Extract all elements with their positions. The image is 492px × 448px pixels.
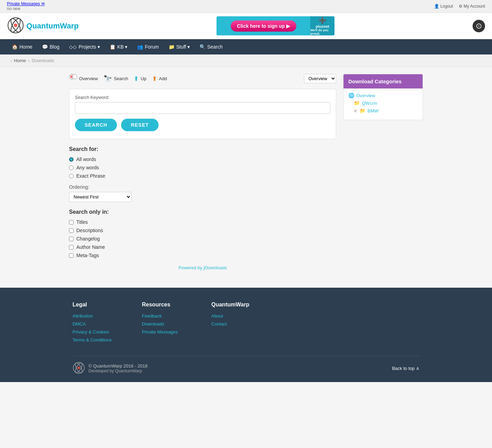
- private-messages-link[interactable]: Private Messages ✉: [7, 1, 45, 6]
- github-icon[interactable]: ⊙: [473, 20, 485, 32]
- logout-link[interactable]: 👤 Logout: [434, 4, 453, 9]
- toolbar-search[interactable]: 🔭 Search: [103, 75, 128, 83]
- footer-contact-link[interactable]: Contact: [211, 321, 260, 327]
- radio-all-words[interactable]: All words: [69, 157, 336, 162]
- toolbar: Overview 🔭 Search ⬆ Up ⬆ Add Overview: [69, 74, 336, 83]
- reset-button[interactable]: RESET: [121, 119, 159, 131]
- footer-privacy-link[interactable]: Privacy & Cookies: [73, 329, 121, 335]
- radio-group: All words Any words Exact Phrase: [69, 157, 336, 179]
- back-to-top-button[interactable]: Back to top ∧: [392, 366, 419, 371]
- banner-side-line1: plusnet: [316, 24, 329, 28]
- breadcrumb-home[interactable]: Home: [14, 58, 26, 63]
- blog-icon: 💬: [42, 44, 48, 50]
- footer-col-quantumwarp: QuantumWarp About Contact: [211, 302, 260, 345]
- chevron-up-icon: ∧: [416, 366, 419, 371]
- sidebar-bmw-link[interactable]: BMW: [367, 108, 379, 113]
- footer-about-link[interactable]: About: [211, 313, 260, 319]
- nav-item-forum[interactable]: 👥 Forum: [132, 39, 163, 54]
- svg-point-7: [72, 74, 77, 79]
- up-toolbar-icon: ⬆: [134, 75, 139, 83]
- banner-side-line2: We'll do you proud.: [310, 28, 334, 35]
- add-toolbar-icon: ⬆: [152, 75, 157, 83]
- nav-item-home[interactable]: 🏠 Home: [7, 39, 37, 54]
- banner-signup-button[interactable]: Click here to sign up ▶: [231, 20, 296, 32]
- sidebar-overview-link[interactable]: Overview: [356, 93, 375, 98]
- search-options: Search for: All words Any words Exact Ph…: [69, 146, 336, 202]
- radio-any-words-input[interactable]: [69, 166, 74, 170]
- footer-dmca-link[interactable]: DMCA: [73, 321, 121, 327]
- top-bar: Private Messages ✉ no new 👤 Logout ⚙ My …: [0, 0, 492, 13]
- footer-logo-icon: [73, 362, 85, 375]
- radio-exact-phrase-input[interactable]: [69, 174, 74, 178]
- nav-item-blog[interactable]: 💬 Blog: [37, 39, 64, 54]
- footer-quantumwarp-title: QuantumWarp: [211, 302, 260, 308]
- sidebar: Download Categories 🌐 Overview 📁 QWcrm ⊞…: [343, 74, 423, 277]
- checkbox-descriptions-input[interactable]: [69, 228, 74, 233]
- sidebar-widget-title: Download Categories: [343, 74, 423, 88]
- svg-point-11: [77, 366, 80, 369]
- header: QuantumWarp Click here to sign up ▶ ➕ pl…: [0, 13, 492, 39]
- home-icon: 🏠: [12, 44, 18, 50]
- atom-logo-icon: [7, 17, 24, 35]
- ordering-label: Ordering:: [69, 184, 336, 190]
- radio-all-words-input[interactable]: [69, 157, 74, 162]
- search-button[interactable]: SEARCH: [75, 119, 117, 131]
- footer-feedback-link[interactable]: Feedback: [142, 313, 190, 319]
- main-wrapper: Overview 🔭 Search ⬆ Up ⬆ Add Overview Se…: [62, 74, 430, 277]
- checkbox-titles-input[interactable]: [69, 220, 74, 225]
- toolbar-overview[interactable]: Overview: [69, 74, 98, 83]
- nav-item-kb[interactable]: 📋 KB ▾: [105, 39, 133, 54]
- breadcrumb-separator: ›: [28, 58, 29, 63]
- svg-point-4: [15, 24, 17, 26]
- nav-item-projects[interactable]: ◇◇ Projects ▾: [64, 39, 104, 54]
- footer-terms-link[interactable]: Terms & Conditions: [73, 337, 121, 343]
- footer-copyright: © QuantumWarp 2016 - 2018 Developed by Q…: [88, 363, 147, 373]
- footer-legal-title: Legal: [73, 302, 121, 308]
- sidebar-item-overview-row: 🌐 Overview: [348, 93, 418, 98]
- toolbar-view-select[interactable]: Overview: [304, 74, 336, 83]
- nav-link-kb[interactable]: 📋 KB ▾: [105, 39, 133, 54]
- nav-item-stuff[interactable]: 📁 Stuff ▾: [164, 39, 195, 54]
- nav-item-search[interactable]: 🔍 Search: [195, 39, 227, 54]
- expand-bmw-icon[interactable]: ⊞: [354, 109, 357, 113]
- ordering-section: Ordering: Newest First Oldest First Titl…: [69, 184, 336, 202]
- footer-downloads-link[interactable]: Downloads: [142, 321, 190, 327]
- radio-any-words[interactable]: Any words: [69, 165, 336, 170]
- checkbox-author-name[interactable]: Author Name: [69, 244, 336, 250]
- logo[interactable]: QuantumWarp: [7, 17, 79, 35]
- powered-by-link[interactable]: Powered by jDownloads: [178, 265, 227, 270]
- checkbox-meta-tags-input[interactable]: [69, 253, 74, 258]
- banner-main: Click here to sign up ▶: [217, 20, 310, 32]
- checkbox-titles[interactable]: Titles: [69, 219, 336, 225]
- checkbox-changelog[interactable]: Changelog: [69, 236, 336, 242]
- footer-col-resources: Resources Feedback Downloads Private Mes…: [142, 302, 190, 345]
- nav-link-blog[interactable]: 💬 Blog: [37, 39, 64, 54]
- breadcrumb-arrow: ›: [10, 58, 12, 63]
- folder-bmw-icon: 📁: [359, 108, 365, 113]
- logo-text: QuantumWarp: [26, 22, 79, 31]
- footer: Legal Attribution DMCA Privacy & Cookies…: [0, 288, 492, 382]
- sidebar-widget: Download Categories 🌐 Overview 📁 QWcrm ⊞…: [343, 74, 423, 120]
- radio-exact-phrase[interactable]: Exact Phrase: [69, 173, 336, 179]
- nav-link-stuff[interactable]: 📁 Stuff ▾: [164, 39, 195, 54]
- checkbox-changelog-input[interactable]: [69, 237, 74, 241]
- toolbar-up[interactable]: ⬆ Up: [134, 75, 146, 83]
- search-for-title: Search for:: [69, 146, 336, 152]
- my-account-link[interactable]: ⚙ My Account: [459, 4, 485, 9]
- ordering-select[interactable]: Newest First Oldest First Title A-Z: [69, 192, 132, 202]
- nav-link-projects[interactable]: ◇◇ Projects ▾: [64, 39, 104, 54]
- nav-link-forum[interactable]: 👥 Forum: [132, 39, 163, 54]
- footer-private-messages-link[interactable]: Private Messages: [142, 329, 190, 335]
- search-keyword-input[interactable]: [75, 102, 330, 114]
- nav-link-search[interactable]: 🔍 Search: [195, 39, 227, 54]
- checkbox-meta-tags[interactable]: Meta-Tags: [69, 253, 336, 258]
- powered-by: Powered by jDownloads: [69, 258, 336, 277]
- overview-sidebar-icon: 🌐: [348, 93, 354, 98]
- checkbox-author-name-input[interactable]: [69, 245, 74, 250]
- checkbox-descriptions[interactable]: Descriptions: [69, 228, 336, 233]
- footer-attribution-link[interactable]: Attribution: [73, 313, 121, 319]
- sidebar-widget-body: 🌐 Overview 📁 QWcrm ⊞ 📁 BMW: [343, 88, 423, 120]
- nav-link-home[interactable]: 🏠 Home: [7, 39, 37, 54]
- sidebar-qwcrm-link[interactable]: QWcrm: [362, 101, 377, 106]
- toolbar-add[interactable]: ⬆ Add: [152, 75, 167, 83]
